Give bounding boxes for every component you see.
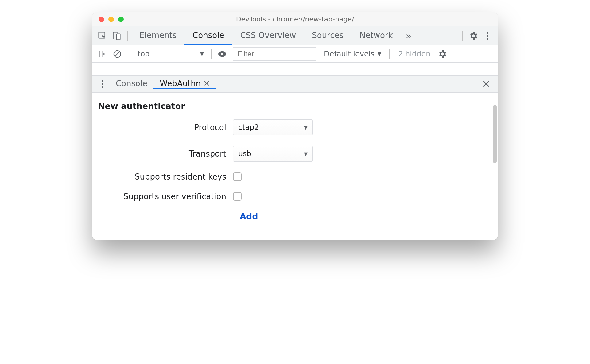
tab-sources[interactable]: Sources xyxy=(304,26,351,45)
drawer-tab-console[interactable]: Console xyxy=(110,79,153,89)
select-value: ctap2 xyxy=(238,123,259,132)
console-sidebar-toggle-icon[interactable] xyxy=(96,47,110,61)
inspect-element-icon[interactable] xyxy=(95,29,110,43)
add-button[interactable]: Add xyxy=(240,211,258,221)
resident-keys-row: Supports resident keys xyxy=(98,172,350,181)
protocol-row: Protocol ctap2 ▼ xyxy=(98,119,350,135)
tab-elements[interactable]: Elements xyxy=(131,26,184,45)
separator xyxy=(128,49,128,59)
svg-rect-7 xyxy=(99,51,107,57)
separator xyxy=(389,49,390,59)
dropdown-caret-icon: ▼ xyxy=(200,51,204,57)
live-expression-icon[interactable] xyxy=(215,47,229,61)
kebab-menu-icon[interactable] xyxy=(480,29,495,43)
close-tab-icon[interactable]: ✕ xyxy=(203,79,210,88)
svg-point-5 xyxy=(487,35,488,37)
tab-label: Console xyxy=(192,31,224,40)
filter-input[interactable] xyxy=(233,47,316,61)
drawer-kebab-menu-icon[interactable] xyxy=(95,77,110,91)
protocol-label: Protocol xyxy=(98,123,233,132)
section-title: New authenticator xyxy=(98,101,492,111)
transport-select[interactable]: usb ▼ xyxy=(233,146,313,162)
dropdown-caret-icon: ▼ xyxy=(304,151,308,157)
settings-gear-icon[interactable] xyxy=(466,29,480,43)
dropdown-caret-icon: ▼ xyxy=(304,125,308,130)
tab-label: Elements xyxy=(139,31,177,40)
drawer-tabstrip: Console WebAuthn ✕ ✕ xyxy=(92,76,498,93)
window-title: DevTools - chrome://new-tab-page/ xyxy=(92,15,498,23)
console-settings-gear-icon[interactable] xyxy=(435,47,449,61)
tab-label: Network xyxy=(359,31,393,40)
main-tabstrip: Elements Console CSS Overview Sources Ne… xyxy=(92,26,498,45)
user-verification-row: Supports user verification xyxy=(98,192,350,201)
user-verification-checkbox[interactable] xyxy=(233,192,242,201)
tab-label: WebAuthn xyxy=(160,79,201,88)
user-verification-label: Supports user verification xyxy=(98,192,233,201)
close-drawer-button[interactable]: ✕ xyxy=(482,78,495,90)
tab-network[interactable]: Network xyxy=(351,26,401,45)
separator xyxy=(211,49,212,59)
svg-point-13 xyxy=(102,86,103,88)
webauthn-panel: New authenticator Protocol ctap2 ▼ Trans… xyxy=(92,93,498,240)
svg-line-10 xyxy=(115,52,120,56)
drawer-tab-webauthn[interactable]: WebAuthn ✕ xyxy=(153,79,216,89)
transport-row: Transport usb ▼ xyxy=(98,146,350,162)
more-tabs-button[interactable]: » xyxy=(401,30,416,41)
tab-label: Console xyxy=(116,79,147,88)
svg-rect-2 xyxy=(117,34,120,40)
protocol-select[interactable]: ctap2 ▼ xyxy=(233,119,313,135)
transport-label: Transport xyxy=(98,149,233,158)
svg-point-4 xyxy=(487,32,488,34)
levels-label: Default levels xyxy=(324,50,375,58)
log-levels-selector[interactable]: Default levels ▼ xyxy=(320,50,386,58)
svg-point-6 xyxy=(487,38,488,40)
dropdown-caret-icon: ▼ xyxy=(378,51,381,57)
hidden-messages-count[interactable]: 2 hidden xyxy=(393,50,435,58)
panel-tabs: Elements Console CSS Overview Sources Ne… xyxy=(131,26,401,45)
scrollbar-thumb[interactable] xyxy=(493,105,497,163)
device-toolbar-icon[interactable] xyxy=(110,29,124,43)
separator xyxy=(462,31,463,41)
resident-keys-label: Supports resident keys xyxy=(98,172,233,181)
tab-label: Sources xyxy=(312,31,344,40)
tab-console[interactable]: Console xyxy=(184,26,232,45)
devtools-window: DevTools - chrome://new-tab-page/ Elemen… xyxy=(92,12,498,240)
console-output-area xyxy=(92,63,498,76)
svg-point-12 xyxy=(102,83,103,85)
new-authenticator-form: Protocol ctap2 ▼ Transport usb ▼ Support… xyxy=(98,119,350,221)
resident-keys-checkbox[interactable] xyxy=(233,172,242,181)
svg-point-11 xyxy=(102,80,103,82)
clear-console-icon[interactable] xyxy=(110,47,124,61)
tab-css-overview[interactable]: CSS Overview xyxy=(232,26,304,45)
console-toolbar: top ▼ Default levels ▼ 2 hidden xyxy=(92,45,498,63)
context-value: top xyxy=(138,50,149,58)
add-row: Add xyxy=(98,211,350,221)
separator xyxy=(127,31,128,41)
context-selector[interactable]: top ▼ xyxy=(134,48,208,60)
titlebar: DevTools - chrome://new-tab-page/ xyxy=(92,12,498,26)
tab-label: CSS Overview xyxy=(240,31,296,40)
select-value: usb xyxy=(238,149,251,158)
